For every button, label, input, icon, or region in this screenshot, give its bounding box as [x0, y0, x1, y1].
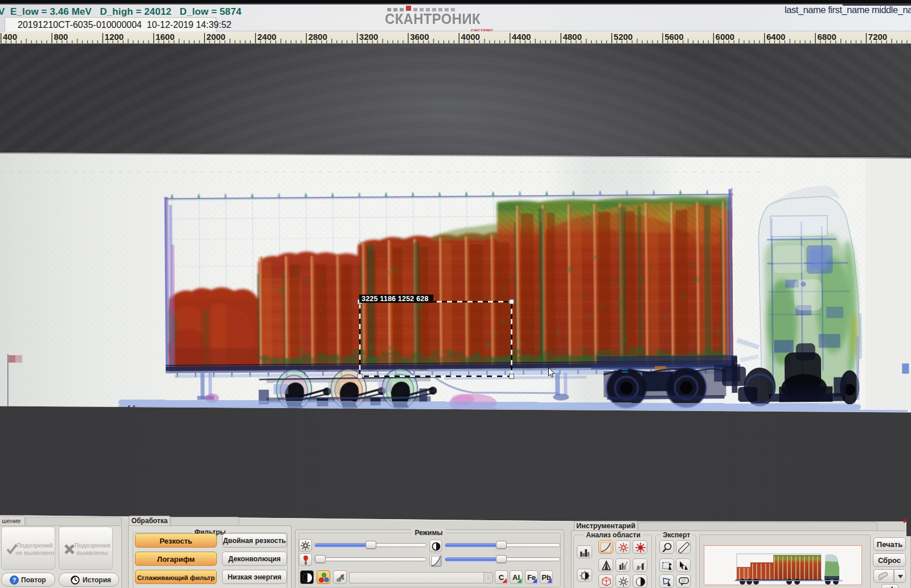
svg-text:3225 1186 1252 628: 3225 1186 1252 628 [362, 295, 429, 303]
svg-text:?: ? [13, 577, 17, 583]
